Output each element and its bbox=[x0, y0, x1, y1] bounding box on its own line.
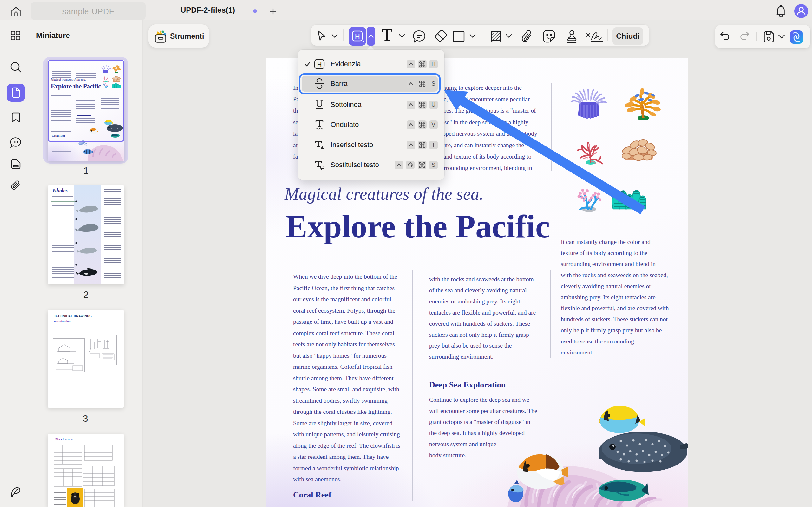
svg-text:H: H bbox=[317, 61, 322, 68]
svg-text:H: H bbox=[355, 32, 360, 41]
